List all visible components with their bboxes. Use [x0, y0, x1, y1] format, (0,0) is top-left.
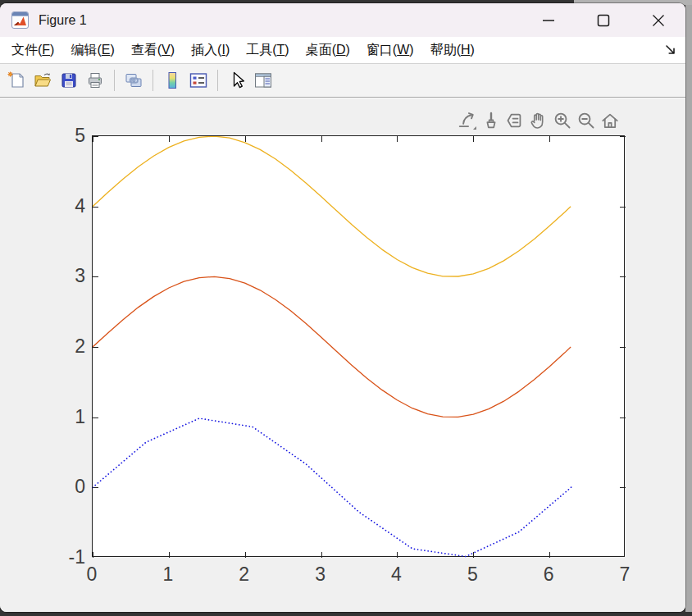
maximize-button[interactable]	[576, 3, 631, 37]
menu-help[interactable]: 帮助(H)	[422, 42, 483, 59]
new-figure-icon	[7, 71, 26, 90]
toolbar-separator	[153, 70, 153, 91]
figure-canvas: 01234567-1012345	[0, 98, 685, 612]
export-icon	[458, 111, 477, 130]
link-plot-icon	[124, 71, 143, 90]
y-tick-label-4: 4	[25, 195, 85, 217]
dock-figure-arrow-icon[interactable]	[662, 42, 679, 58]
window-controls	[521, 3, 685, 37]
menu-window[interactable]: 窗口(W)	[358, 42, 422, 59]
menu-tools[interactable]: 工具(T)	[238, 42, 297, 59]
menu-view[interactable]: 查看(V)	[123, 42, 183, 59]
matlab-app-icon	[11, 11, 29, 29]
axes-toolbar	[458, 111, 620, 130]
restore-view-icon	[600, 111, 620, 130]
open-file-icon	[33, 71, 52, 90]
menu-edit[interactable]: 编辑(E)	[62, 42, 122, 59]
figure-window: Figure 1 文件(F)编辑(E)查看(V)插入(I)工具(T)桌面(D)窗…	[0, 3, 685, 612]
maximize-icon	[597, 14, 610, 27]
menu-insert[interactable]: 插入(I)	[183, 42, 238, 59]
y-tick-label--1: -1	[25, 546, 85, 568]
plot-axes	[92, 135, 625, 557]
zoom-in-button[interactable]	[553, 111, 572, 130]
zoom-out-button[interactable]	[576, 111, 596, 130]
datatips-icon	[505, 111, 525, 130]
x-tick-label-7: 7	[606, 564, 644, 585]
edit-plot-icon	[227, 71, 247, 90]
window-title: Figure 1	[39, 13, 87, 28]
minimize-icon	[542, 14, 555, 27]
plot-area	[93, 136, 626, 558]
y-tick-label-5: 5	[25, 125, 85, 146]
pan-icon	[529, 111, 549, 130]
save-figure-icon	[59, 71, 79, 90]
y-tick-label-3: 3	[25, 265, 85, 286]
x-tick-label-1: 1	[149, 564, 187, 585]
x-tick-label-6: 6	[530, 564, 567, 585]
zoom-out-icon	[576, 111, 596, 130]
close-button[interactable]	[631, 3, 685, 37]
print-figure-button[interactable]	[83, 68, 107, 93]
open-file-button[interactable]	[30, 68, 55, 93]
y-tick-label-1: 1	[25, 406, 85, 427]
pan-button[interactable]	[529, 111, 549, 130]
print-figure-icon	[85, 71, 105, 90]
menu-bar: 文件(F)编辑(E)查看(V)插入(I)工具(T)桌面(D)窗口(W)帮助(H)	[0, 37, 685, 63]
y-tick-label-0: 0	[25, 476, 85, 497]
y-tick-label-2: 2	[25, 335, 85, 357]
series-orange-sine-plus-2	[93, 276, 571, 417]
desktop-background-right	[685, 5, 692, 612]
title-bar[interactable]: Figure 1	[0, 3, 685, 37]
x-tick-label-4: 4	[377, 564, 415, 585]
x-tick-label-3: 3	[302, 564, 339, 585]
series-yellow-sine-plus-4	[93, 136, 571, 276]
insert-colorbar-button[interactable]	[160, 68, 184, 93]
screen: Figure 1 文件(F)编辑(E)查看(V)插入(I)工具(T)桌面(D)窗…	[0, 0, 692, 616]
x-tick-label-2: 2	[225, 564, 263, 585]
insert-colorbar-icon	[162, 71, 182, 90]
restore-view-button[interactable]	[600, 111, 620, 130]
plot-browser-button[interactable]	[251, 68, 275, 93]
menu-desktop[interactable]: 桌面(D)	[298, 42, 358, 59]
export-button[interactable]	[458, 111, 477, 130]
link-plot-button[interactable]	[121, 68, 146, 93]
insert-legend-button[interactable]	[186, 68, 211, 93]
series-blue-dotted-sine	[93, 418, 572, 557]
brush-button[interactable]	[481, 111, 501, 130]
figure-toolbar	[0, 63, 685, 97]
datatips-button[interactable]	[505, 111, 525, 130]
save-figure-button[interactable]	[57, 68, 81, 93]
brush-icon	[481, 111, 501, 130]
zoom-in-icon	[553, 111, 572, 130]
menu-file[interactable]: 文件(F)	[3, 42, 62, 59]
new-figure-button[interactable]	[4, 68, 29, 93]
close-icon	[652, 14, 665, 27]
minimize-button[interactable]	[521, 3, 576, 37]
toolbar-separator	[217, 70, 218, 91]
toolbar-separator	[114, 70, 115, 91]
x-tick-label-5: 5	[453, 564, 491, 585]
plot-browser-icon	[253, 71, 273, 90]
insert-legend-icon	[189, 71, 208, 90]
edit-plot-button[interactable]	[225, 68, 249, 93]
